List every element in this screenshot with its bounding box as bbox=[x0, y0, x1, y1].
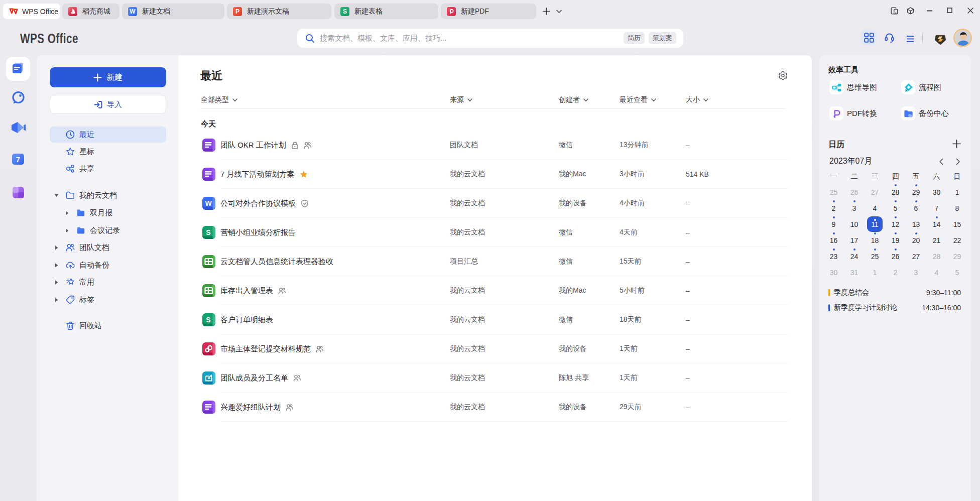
svg-text:7: 7 bbox=[16, 155, 20, 164]
